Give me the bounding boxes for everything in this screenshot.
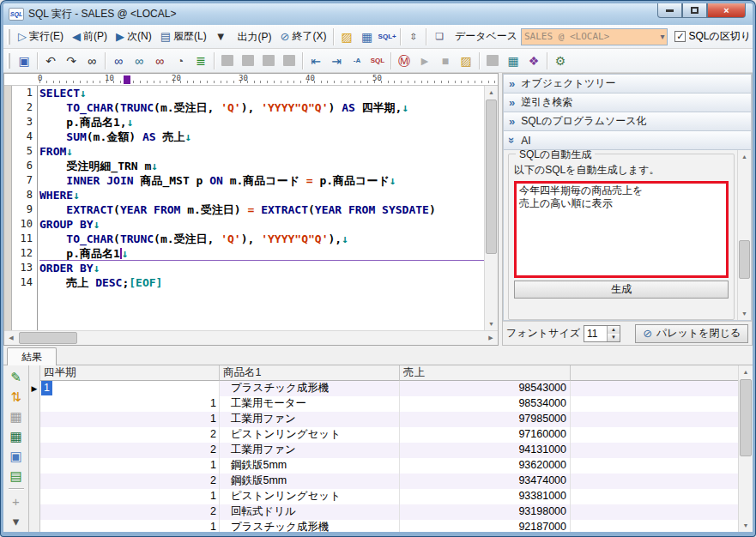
- ai-panel-scrollbar[interactable]: ▲ ▼: [737, 150, 751, 320]
- new-sql-button[interactable]: SQL+: [377, 27, 397, 46]
- settings-button[interactable]: ⚙: [550, 51, 571, 70]
- cell[interactable]: 工業用モーター: [220, 396, 400, 412]
- export-excel-button[interactable]: ▦: [6, 426, 27, 446]
- undo-button[interactable]: ↶: [40, 51, 61, 70]
- quit-button[interactable]: ⊘終了(X): [276, 27, 331, 45]
- table-row[interactable]: 1工業用ファン97985000: [29, 412, 738, 427]
- execute-button[interactable]: ▷実行(E): [14, 27, 68, 45]
- cell[interactable]: 1: [40, 520, 220, 532]
- table-row[interactable]: ▶1プラスチック成形機98543000: [29, 381, 738, 396]
- titlebar[interactable]: SQL SQL 実行 - SALES @ <LOCAL> ×: [3, 3, 753, 25]
- table-row[interactable]: 1ピストンリングセット93381000: [29, 489, 738, 504]
- history-dropdown[interactable]: ▼: [211, 27, 233, 45]
- scroll-up-icon[interactable]: ▲: [485, 86, 498, 99]
- cell[interactable]: 94131000: [400, 443, 571, 458]
- cell[interactable]: 2: [40, 443, 220, 458]
- cell[interactable]: 97985000: [400, 412, 571, 427]
- cell[interactable]: 98543000: [400, 381, 571, 396]
- add-history-button[interactable]: ≣: [191, 51, 211, 70]
- code-line-2[interactable]: TO_CHAR(TRUNC(m.受注日, 'Q'), 'YYYY"Q"Q') A…: [39, 100, 484, 115]
- cell[interactable]: 鋼鉄版5mm: [220, 458, 400, 474]
- next-button[interactable]: ▶次(N): [112, 27, 156, 45]
- macro-open-button[interactable]: ▨: [456, 51, 476, 70]
- tab-results[interactable]: 結果: [7, 347, 57, 365]
- code-line-4[interactable]: SUM(m.金額) AS 売上↓: [39, 130, 484, 144]
- code-line-5[interactable]: FROM↓: [39, 144, 484, 159]
- close-button[interactable]: ×: [707, 3, 746, 18]
- cell[interactable]: 1: [40, 412, 220, 427]
- sql-delimiter-checkbox[interactable]: ✓ SQLの区切り: [674, 29, 751, 44]
- macro-record-button[interactable]: Ⓜ: [394, 51, 414, 70]
- edit-mode-button[interactable]: ✎: [6, 367, 27, 387]
- scroll-up-icon[interactable]: ▲: [738, 150, 751, 163]
- case-convert-button[interactable]: -A: [347, 51, 367, 70]
- code-line-6[interactable]: 受注明細_TRN m↓: [39, 159, 484, 173]
- macro-play-button[interactable]: ►: [414, 51, 435, 70]
- table-row[interactable]: 2鋼鉄版5mm93474000: [29, 474, 738, 489]
- scroll-down-icon[interactable]: ▼: [738, 307, 751, 320]
- cell[interactable]: 98534000: [400, 396, 571, 412]
- output-button[interactable]: 出力(P): [233, 27, 276, 46]
- incremental-search-button[interactable]: ◔: [170, 51, 191, 70]
- font-size-stepper[interactable]: 11 ▲ ▼: [584, 325, 620, 342]
- table-row[interactable]: 1工業用モーター98534000: [29, 396, 738, 412]
- section-header-1[interactable]: »オブジェクトツリー: [503, 74, 752, 93]
- indent-button[interactable]: ⇥: [326, 51, 347, 70]
- cell[interactable]: 1: [40, 489, 220, 504]
- cell[interactable]: 93381000: [400, 489, 571, 504]
- editor-ruler[interactable]: 01020304050: [4, 74, 498, 86]
- prev-button[interactable]: ◀前(P): [68, 27, 112, 45]
- scroll-left-icon[interactable]: ◀: [4, 331, 18, 345]
- cell[interactable]: 工業用ファン: [220, 443, 400, 458]
- table-list-button[interactable]: ▦: [357, 27, 378, 46]
- outdent-button[interactable]: ⇤: [305, 51, 326, 70]
- table-row[interactable]: 2工業用ファン94131000: [29, 443, 738, 458]
- cell[interactable]: 97160000: [400, 427, 571, 443]
- sql-code-editor[interactable]: SELECT↓ TO_CHAR(TRUNC(m.受注日, 'Q'), 'YYYY…: [38, 86, 484, 330]
- code-line-10[interactable]: GROUP BY↓: [39, 217, 484, 232]
- toolbar-grip[interactable]: [7, 29, 10, 45]
- redo-button[interactable]: ↷: [61, 51, 82, 70]
- spinner-down-icon[interactable]: ▼: [608, 334, 620, 341]
- ai-scroll-thumb[interactable]: [739, 240, 750, 279]
- cell[interactable]: 92187000: [400, 520, 571, 532]
- cell[interactable]: 1: [40, 381, 220, 396]
- cell[interactable]: 93474000: [400, 474, 571, 489]
- collapse-panes-button[interactable]: ⇳: [403, 27, 424, 46]
- table-row[interactable]: 1プラスチック成形機92187000: [29, 520, 738, 532]
- copy-button[interactable]: ▣: [6, 446, 27, 466]
- editor-vscroll-thumb[interactable]: [486, 100, 497, 254]
- section-header-3[interactable]: »SQLのプログラムソース化: [503, 112, 752, 130]
- maximize-button[interactable]: [682, 3, 707, 18]
- spinner-up-icon[interactable]: ▲: [608, 326, 620, 334]
- close-palette-button[interactable]: ⊘ パレットを閉じる: [635, 324, 748, 343]
- replace-button[interactable]: ∞: [149, 51, 170, 70]
- save-button[interactable]: ▣: [14, 51, 34, 70]
- column-header-2[interactable]: 商品名1: [220, 365, 400, 381]
- results-scroll-thumb[interactable]: [740, 379, 752, 456]
- cell[interactable]: プラスチック成形機: [220, 520, 400, 532]
- ai-prompt-input[interactable]: 今年四半期毎の商品売上を 売上の高い順に表示: [514, 181, 729, 278]
- scroll-down-icon[interactable]: ▼: [485, 317, 498, 330]
- export-csv-button[interactable]: ▤: [6, 466, 27, 486]
- history-button[interactable]: ▤履歴(L): [156, 27, 211, 45]
- code-line-9[interactable]: EXTRACT(YEAR FROM m.受注日) = EXTRACT(YEAR …: [39, 202, 484, 217]
- cell[interactable]: 鋼鉄版5mm: [220, 474, 400, 489]
- editor-vertical-scrollbar[interactable]: ▲ ▼: [484, 86, 498, 330]
- cell[interactable]: 工業用ファン: [220, 412, 400, 427]
- cell[interactable]: 1: [40, 458, 220, 474]
- code-line-7[interactable]: INNER JOIN 商品_MST p ON m.商品コード = p.商品コード…: [39, 173, 484, 188]
- database-combo[interactable]: SALES @ <LOCAL> ▾: [521, 28, 668, 45]
- section-header-4[interactable]: »AI: [503, 130, 752, 149]
- more-button[interactable]: ▾: [6, 511, 27, 531]
- results-vertical-scrollbar[interactable]: ▲ ▼: [738, 365, 753, 532]
- editor-horizontal-scrollbar[interactable]: ◀ ▶: [4, 330, 498, 345]
- code-line-1[interactable]: SELECT↓: [39, 86, 484, 100]
- code-line-11[interactable]: TO_CHAR(TRUNC(m.受注日, 'Q'), 'YYYY"Q"Q'),↓: [39, 232, 484, 246]
- column-header-1[interactable]: 四半期: [40, 365, 220, 381]
- table-view-button[interactable]: ▦: [6, 407, 27, 426]
- scroll-down-icon[interactable]: ▼: [739, 519, 753, 532]
- editor-hscroll-thumb[interactable]: [19, 332, 77, 344]
- cell[interactable]: 2: [40, 427, 220, 443]
- cell[interactable]: ピストンリングセット: [220, 489, 400, 504]
